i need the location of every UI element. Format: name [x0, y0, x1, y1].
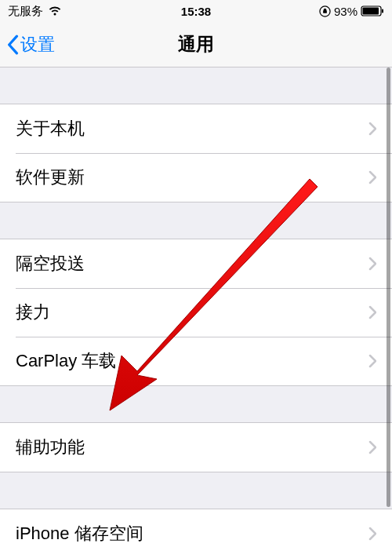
svg-rect-3 [382, 9, 383, 13]
row-handoff[interactable]: 接力 [0, 288, 392, 337]
row-carplay[interactable]: CarPlay 车载 [0, 337, 392, 385]
chevron-right-icon [368, 305, 376, 319]
chevron-right-icon [368, 257, 376, 271]
scrollbar-thumb[interactable] [387, 67, 390, 507]
scrollbar[interactable] [386, 67, 392, 558]
group-about: 关于本机 软件更新 [0, 104, 392, 202]
chevron-right-icon [368, 527, 376, 541]
wifi-icon [48, 5, 62, 16]
row-iphone-storage[interactable]: iPhone 储存空间 [0, 509, 392, 558]
group-connectivity: 隔空投送 接力 CarPlay 车载 [0, 239, 392, 386]
row-label: 接力 [16, 301, 368, 324]
page-title: 通用 [178, 32, 214, 57]
row-about[interactable]: 关于本机 [0, 104, 392, 153]
chevron-right-icon [368, 440, 376, 454]
nav-bar: 设置 通用 [0, 22, 392, 67]
svg-rect-2 [363, 8, 379, 15]
row-accessibility[interactable]: 辅助功能 [0, 423, 392, 472]
battery-icon [361, 5, 384, 16]
orientation-lock-icon [319, 5, 331, 17]
battery-percent: 93% [334, 5, 358, 18]
back-label: 设置 [20, 33, 55, 57]
content-scroll[interactable]: 关于本机 软件更新 隔空投送 接力 CarPlay 车载 辅助功能 [0, 67, 392, 558]
row-label: iPhone 储存空间 [16, 522, 368, 545]
row-label: 软件更新 [16, 166, 368, 189]
row-label: CarPlay 车载 [16, 349, 368, 373]
row-software-update[interactable]: 软件更新 [0, 153, 392, 202]
chevron-right-icon [368, 122, 376, 136]
status-right: 93% [319, 5, 384, 18]
chevron-right-icon [368, 170, 376, 184]
status-bar: 无服务 15:38 93% [0, 0, 392, 22]
carrier-label: 无服务 [8, 4, 43, 19]
row-label: 辅助功能 [16, 436, 368, 459]
back-button[interactable]: 设置 [6, 33, 55, 57]
row-label: 关于本机 [16, 117, 368, 140]
status-left: 无服务 [8, 4, 62, 19]
status-time: 15:38 [181, 5, 211, 18]
row-label: 隔空投送 [16, 252, 368, 275]
chevron-left-icon [6, 35, 19, 55]
chevron-right-icon [368, 354, 376, 368]
group-accessibility: 辅助功能 [0, 422, 392, 472]
group-storage: iPhone 储存空间 [0, 509, 392, 558]
row-airdrop[interactable]: 隔空投送 [0, 239, 392, 288]
